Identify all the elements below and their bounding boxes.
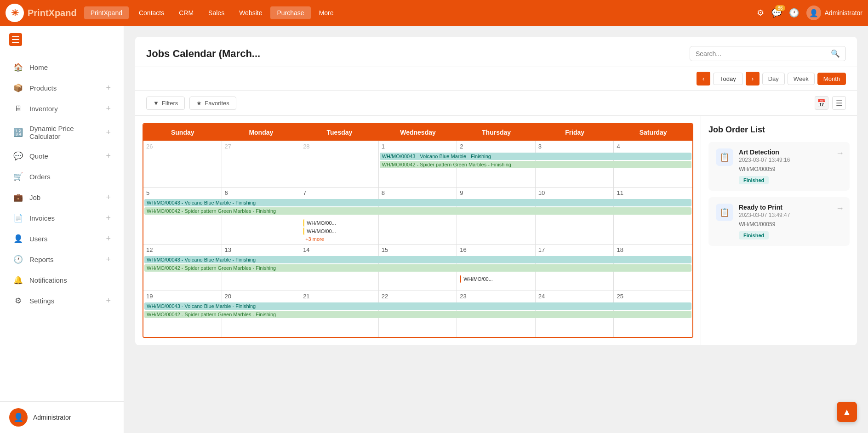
cal-day-7[interactable]: 7 WH/MO/00... WH/MO/00... +3 more (300, 188, 379, 244)
cal-day-28[interactable]: 28 (300, 141, 379, 187)
nav-link-purchase[interactable]: Purchase (270, 6, 310, 19)
cal-day-6[interactable]: 6 (222, 188, 301, 244)
toolbar-right: 📅 ☰ (815, 96, 846, 110)
cal-event-w1-2[interactable]: WH/MO/00042 - Spider pattern Green Marbl… (380, 161, 691, 168)
search-input[interactable] (696, 50, 827, 57)
calendar-main: Sunday Monday Tuesday Wednesday Thursday… (135, 116, 701, 345)
day-num-12: 12 (146, 246, 219, 253)
cal-event-w3-1[interactable]: WH/MO/00043 - Volcano Blue Marble - Fini… (144, 256, 691, 263)
sidebar-item-reports[interactable]: 🕐 Reports + (4, 249, 120, 270)
sidebar-item-settings[interactable]: ⚙ Settings + (4, 291, 120, 311)
cal-event-w2-1[interactable]: WH/MO/00043 - Volcano Blue Marble - Fini… (144, 199, 691, 206)
day-view-button[interactable]: Day (762, 73, 785, 85)
hamburger-icon (9, 33, 22, 46)
list-view-toggle[interactable]: ☰ (832, 96, 846, 110)
cal-day-5[interactable]: 5 (143, 188, 222, 244)
day-num-19: 19 (146, 293, 219, 300)
sidebar-item-dynamic-price[interactable]: 🔢 Dynamic Price Calculator + (4, 119, 120, 146)
filters-button[interactable]: ▼ Filters (146, 97, 185, 110)
messages-icon-btn[interactable]: 💬 86 (771, 8, 782, 18)
calendar-view-toggle[interactable]: 📅 (815, 96, 828, 110)
dynamic-price-add-icon[interactable]: + (106, 128, 111, 137)
nav-link-more[interactable]: More (313, 6, 340, 19)
cal-day-27[interactable]: 27 (222, 141, 301, 187)
filter-icon: ▼ (153, 100, 159, 107)
app-name: PrintXpand (28, 8, 77, 18)
cal-event-w2-2[interactable]: WH/MO/00042 - Spider pattern Green Marbl… (144, 207, 691, 215)
nav-active-app[interactable]: PrintXpand (84, 6, 129, 19)
settings-add-icon[interactable]: + (106, 296, 111, 306)
day-num-26: 26 (146, 143, 219, 150)
sidebar-item-users[interactable]: 👤 Users + (4, 228, 120, 249)
col-header-thursday: Thursday (457, 124, 536, 141)
logo-icon: ✳ (6, 4, 24, 22)
products-add-icon[interactable]: + (106, 83, 111, 93)
favorites-button[interactable]: ★ Favorites (189, 97, 236, 110)
cal-event-16-1[interactable]: WH/MO/00... (460, 275, 532, 283)
cal-day-26[interactable]: 26 (143, 141, 222, 187)
filters-label: Filters (162, 100, 178, 107)
nav-link-crm[interactable]: CRM (172, 6, 200, 19)
job-card-status-1: Finished (739, 176, 769, 184)
invoices-add-icon[interactable]: + (106, 213, 111, 223)
cal-day-11[interactable]: 11 (614, 188, 692, 244)
cal-event-w4-1[interactable]: WH/MO/00043 - Volcano Blue Marble - Fini… (144, 302, 691, 310)
app-logo[interactable]: ✳ PrintXpand (6, 4, 77, 22)
job-card-arrow-1[interactable]: → (836, 148, 844, 158)
invoices-icon: 📄 (13, 213, 23, 223)
cal-event-7-2[interactable]: WH/MO/00... (303, 228, 376, 235)
sidebar-label-products: Products (29, 84, 99, 92)
sidebar-item-invoices[interactable]: 📄 Invoices + (4, 208, 120, 228)
nav-link-website[interactable]: Website (233, 6, 268, 19)
day-num-2: 2 (460, 143, 532, 150)
clock-icon-btn[interactable]: 🕐 (789, 8, 799, 18)
day-num-27: 27 (225, 143, 297, 150)
day-num-21: 21 (303, 293, 376, 300)
cal-event-more[interactable]: +3 more (303, 236, 376, 242)
sidebar-label-notifications: Notifications (29, 276, 111, 284)
job-card-arrow-2[interactable]: → (836, 204, 844, 213)
inventory-add-icon[interactable]: + (106, 104, 111, 114)
sidebar-item-home[interactable]: 🏠 Home (4, 57, 120, 78)
cal-day-10[interactable]: 10 (536, 188, 614, 244)
month-view-button[interactable]: Month (817, 73, 846, 85)
today-button[interactable]: Today (713, 73, 743, 85)
week-view-button[interactable]: Week (788, 73, 815, 85)
nav-link-sales[interactable]: Sales (202, 6, 231, 19)
sidebar-item-job[interactable]: 💼 Job + (4, 187, 120, 208)
calendar-nav-toolbar: ‹ Today › Day Week Month (135, 67, 857, 91)
next-button[interactable]: › (746, 72, 760, 85)
settings-icon-btn[interactable]: ⚙ (757, 8, 764, 18)
day-num-9: 9 (460, 189, 532, 196)
sidebar-item-products[interactable]: 📦 Products + (4, 78, 120, 98)
user-menu[interactable]: 👤 Administrator (806, 6, 862, 20)
col-header-monday: Monday (222, 124, 301, 141)
nav-link-contacts[interactable]: Contacts (132, 6, 171, 19)
search-box[interactable]: 🔍 (690, 46, 846, 61)
cal-event-w4-2[interactable]: WH/MO/00042 - Spider pattern Green Marbl… (144, 311, 691, 318)
page-title: Jobs Calendar (March... (146, 48, 260, 60)
job-add-icon[interactable]: + (106, 193, 111, 202)
cal-event-7-1[interactable]: WH/MO/00... (303, 219, 376, 227)
user-avatar: 👤 (806, 6, 821, 20)
sidebar-item-orders[interactable]: 🛒 Orders (4, 166, 120, 187)
day-num-17: 17 (538, 246, 611, 253)
cal-event-w1-1[interactable]: WH/MO/00043 - Volcano Blue Marble - Fini… (380, 153, 691, 160)
quote-add-icon[interactable]: + (106, 151, 111, 161)
cal-day-8[interactable]: 8 (379, 188, 457, 244)
search-icon[interactable]: 🔍 (831, 49, 840, 58)
scroll-to-top-button[interactable]: ▲ (837, 402, 857, 422)
products-icon: 📦 (13, 83, 23, 93)
sidebar-item-notifications[interactable]: 🔔 Notifications (4, 270, 120, 291)
day-num-13: 13 (225, 246, 297, 253)
users-add-icon[interactable]: + (106, 234, 111, 244)
sidebar-item-quote[interactable]: 💬 Quote + (4, 146, 120, 166)
sidebar-label-quote: Quote (29, 152, 99, 160)
cal-day-9[interactable]: 9 (457, 188, 536, 244)
prev-button[interactable]: ‹ (697, 72, 710, 85)
sidebar-toggle-btn[interactable] (0, 26, 124, 53)
reports-add-icon[interactable]: + (106, 255, 111, 264)
col-header-friday: Friday (536, 124, 614, 141)
cal-event-w3-2[interactable]: WH/MO/00042 - Spider pattern Green Marbl… (144, 264, 691, 272)
sidebar-item-inventory[interactable]: 🖥 Inventory + (4, 98, 120, 119)
